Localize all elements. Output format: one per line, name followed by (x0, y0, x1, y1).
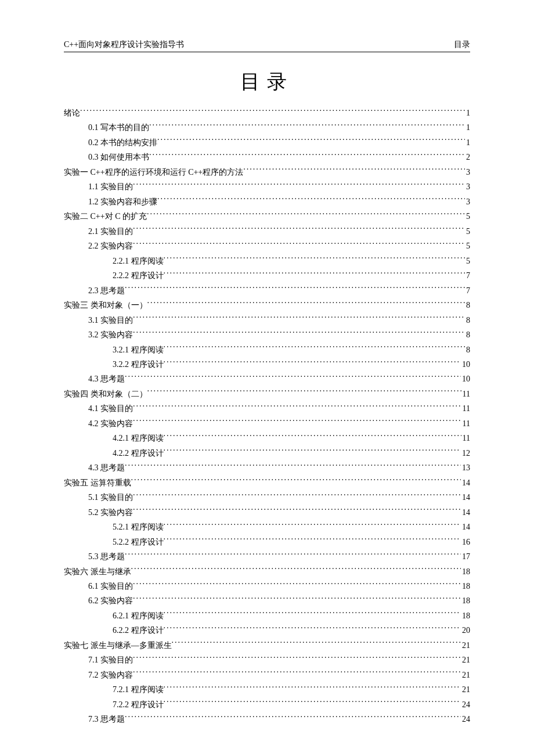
toc-entry-page: 21 (461, 638, 470, 653)
toc-entry-text: 7.1 实验目的 (88, 653, 133, 667)
toc-entry[interactable]: 5.2 实验内容14 (64, 505, 470, 520)
toc-entry-text: 1.2 实验内容和步骤 (88, 195, 157, 209)
toc-entry[interactable]: 实验七 派生与继承—多重派生21 (64, 638, 470, 653)
toc-leader-dots (164, 684, 461, 692)
toc-entry[interactable]: 4.3 思考题10 (64, 372, 470, 386)
toc-entry-page: 8 (465, 327, 470, 342)
toc-entry-page: 8 (465, 343, 470, 357)
toc-entry[interactable]: 实验六 派生与继承18 (64, 564, 470, 579)
toc-entry-page: 18 (461, 579, 470, 593)
toc-entry-page: 21 (461, 668, 470, 682)
toc-entry[interactable]: 5.1 实验目的14 (64, 490, 470, 505)
toc-leader-dots (172, 640, 461, 648)
toc-entry-text: 4.3 思考题 (88, 460, 125, 475)
toc-entry-text: 3.2 实验内容 (88, 327, 133, 342)
toc-entry-text: 0.3 如何使用本书 (88, 150, 149, 164)
toc-entry-text: 4.1 实验目的 (88, 401, 133, 416)
toc-leader-dots (133, 581, 461, 589)
toc-entry[interactable]: 7.2.1 程序阅读21 (64, 682, 470, 697)
toc-entry[interactable]: 4.3 思考题13 (64, 460, 470, 475)
toc-leader-dots (147, 211, 465, 219)
toc-entry-page: 5 (465, 254, 470, 268)
toc-entry[interactable]: 7.2 实验内容21 (64, 668, 470, 682)
toc-entry-page: 10 (461, 357, 470, 372)
toc-entry[interactable]: 3.2.1 程序阅读8 (64, 343, 470, 357)
toc-entry[interactable]: 1.2 实验内容和步骤3 (64, 195, 470, 209)
toc-leader-dots (164, 255, 466, 264)
toc-entry-text: 实验七 派生与继承—多重派生 (64, 638, 172, 653)
toc-entry[interactable]: 5.2.1 程序阅读14 (64, 520, 470, 534)
toc-entry[interactable]: 7.1 实验目的21 (64, 653, 470, 667)
toc-entry[interactable]: 5.3 思考题17 (64, 549, 470, 564)
toc-entry-page: 3 (465, 165, 470, 179)
toc-leader-dots (157, 137, 465, 145)
toc-leader-dots (164, 270, 466, 278)
toc-entry[interactable]: 实验五 运算符重载14 (64, 476, 470, 490)
toc-entry[interactable]: 实验三 类和对象（一）8 (64, 298, 470, 312)
toc-entry[interactable]: 6.2.1 程序阅读18 (64, 609, 470, 623)
toc-entry-text: 5.2.1 程序阅读 (113, 520, 164, 534)
toc-entry[interactable]: 2.2.1 程序阅读5 (64, 254, 470, 268)
toc-entry-page: 20 (461, 623, 470, 638)
toc-leader-dots (164, 433, 461, 441)
toc-entry[interactable]: 3.2 实验内容8 (64, 327, 470, 342)
toc-entry[interactable]: 6.1 实验目的18 (64, 579, 470, 593)
toc-entry-text: 7.2.1 程序阅读 (113, 682, 164, 697)
toc-entry[interactable]: 0.2 本书的结构安排1 (64, 135, 470, 150)
toc-entry[interactable]: 6.2 实验内容18 (64, 593, 470, 608)
document-page: C++面向对象程序设计实验指导书 目录 目录 绪论10.1 写本书的目的10.2… (0, 0, 534, 756)
toc-entry-page: 11 (461, 431, 470, 445)
toc-entry-page: 8 (465, 298, 470, 312)
toc-entry[interactable]: 4.2.1 程序阅读11 (64, 431, 470, 445)
toc-leader-dots (243, 167, 465, 175)
toc-entry[interactable]: 4.1 实验目的11 (64, 401, 470, 416)
toc-entry[interactable]: 3.2.2 程序设计10 (64, 357, 470, 372)
toc-leader-dots (125, 551, 461, 559)
toc-entry[interactable]: 5.2.2 程序设计16 (64, 535, 470, 549)
toc-entry[interactable]: 实验二 C++对 C 的扩充5 (64, 209, 470, 224)
toc-entry-text: 6.2.2 程序设计 (113, 623, 164, 638)
toc-leader-dots (131, 566, 461, 574)
toc-entry[interactable]: 7.2.2 程序设计24 (64, 697, 470, 712)
toc-entry-text: 3.2.2 程序设计 (113, 357, 164, 372)
toc-entry[interactable]: 6.2.2 程序设计20 (64, 623, 470, 638)
toc-entry-page: 21 (461, 653, 470, 667)
toc-entry-page: 7 (465, 283, 470, 298)
toc-leader-dots (147, 388, 461, 397)
page-header: C++面向对象程序设计实验指导书 目录 (64, 39, 470, 52)
toc-entry[interactable]: 4.2.2 程序设计12 (64, 446, 470, 460)
toc-entry[interactable]: 0.1 写本书的目的1 (64, 120, 470, 135)
toc-entry[interactable]: 4.2 实验内容11 (64, 416, 470, 431)
toc-entry-page: 18 (461, 609, 470, 623)
toc-entry[interactable]: 2.2.2 程序设计7 (64, 268, 470, 283)
toc-entry[interactable]: 7.3 思考题24 (64, 712, 470, 726)
toc-entry-text: 4.3 思考题 (88, 372, 125, 386)
toc-entry[interactable]: 2.2 实验内容5 (64, 239, 470, 253)
toc-entry-text: 4.2 实验内容 (88, 416, 133, 431)
toc-entry[interactable]: 1.1 实验目的3 (64, 179, 470, 194)
toc-entry[interactable]: 2.1 实验目的5 (64, 224, 470, 239)
toc-entry-text: 绪论 (64, 106, 80, 120)
toc-leader-dots (133, 595, 461, 603)
toc-entry-page: 24 (461, 697, 470, 712)
toc-entry[interactable]: 0.3 如何使用本书2 (64, 150, 470, 164)
toc-leader-dots (157, 196, 465, 204)
toc-entry-text: 2.3 思考题 (88, 283, 125, 298)
toc-entry-page: 18 (461, 593, 470, 608)
toc-leader-dots (164, 448, 461, 456)
toc-entry-text: 0.1 写本书的目的 (88, 120, 149, 135)
header-left: C++面向对象程序设计实验指导书 (64, 39, 184, 50)
toc-entry[interactable]: 3.1 实验目的8 (64, 313, 470, 327)
toc-leader-dots (164, 699, 461, 707)
toc-leader-dots (164, 521, 461, 530)
toc-entry[interactable]: 2.3 思考题7 (64, 283, 470, 298)
toc-entry-page: 14 (461, 490, 470, 505)
page-title: 目录 (64, 69, 470, 95)
toc-entry[interactable]: 实验四 类和对象（二）11 (64, 387, 470, 401)
toc-leader-dots (164, 344, 466, 352)
toc-entry[interactable]: 实验一 C++程序的运行环境和运行 C++程序的方法3 (64, 165, 470, 179)
toc-entry[interactable]: 绪论1 (64, 106, 470, 120)
toc-leader-dots (147, 300, 466, 308)
toc-leader-dots (133, 507, 461, 515)
toc-entry-text: 实验五 运算符重载 (64, 476, 131, 490)
